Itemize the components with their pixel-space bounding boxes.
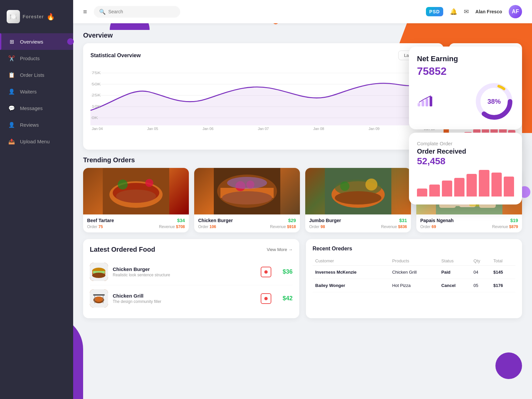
- col-status: Status: [439, 256, 471, 266]
- popup-order-received-card: Complate Order Order Received 52,458: [409, 133, 522, 204]
- order-desc-chicken-burger: Realistic look sentence structure: [113, 273, 256, 277]
- popup-complete-order-label: Complate Order: [417, 141, 514, 146]
- search-bar: 🔍: [94, 6, 180, 18]
- table-row: Inverness McKenzie Chicken Grill Paid 04…: [313, 266, 515, 279]
- upload-menu-icon: 📤: [8, 138, 15, 145]
- food-card-beef-tartare[interactable]: Beef Tartare $34 Order 75 Revenue $708: [83, 168, 189, 232]
- logo-text: Forester: [23, 14, 44, 19]
- popup-overlay: Net Earning 75852 38%: [409, 47, 522, 204]
- popup-donut-chart: 38%: [474, 81, 514, 121]
- bell-icon[interactable]: 🔔: [450, 8, 457, 15]
- food-revenue-chicken-burger: Revenue $918: [270, 224, 296, 229]
- col-qty: Qty: [471, 256, 491, 266]
- chart-label-jan09: Jan 09: [368, 127, 379, 131]
- sidebar-item-products[interactable]: ✂️ Products: [0, 50, 73, 66]
- sidebar-item-label-waiters: Waiters: [20, 89, 37, 94]
- waiters-icon: 👤: [8, 88, 15, 95]
- food-order-jumbo: Order 98: [309, 224, 325, 229]
- header: ≡ 🔍 PSD 🔔 ✉ Alan Fresco AF: [73, 0, 532, 23]
- food-info-chicken-burger: Chicken Burger $29 Order 106 Revenue $91…: [194, 214, 300, 232]
- popup-trend-icon: [417, 94, 437, 109]
- chart-label-jan08: Jan 08: [313, 127, 324, 131]
- view-more-button[interactable]: View More →: [267, 247, 293, 252]
- svg-rect-59: [93, 294, 105, 296]
- popup-order-received-title: Order Received: [417, 148, 514, 155]
- sidebar-item-upload-menu[interactable]: 📤 Upload Menu: [0, 133, 73, 150]
- order-item-chicken-burger: Chicken Burger Realistic look sentence s…: [90, 259, 293, 285]
- statistical-overview-card: Statistical Overview Last Weeks: [83, 43, 444, 150]
- chart-label-jan06: Jan 06: [202, 127, 213, 131]
- food-name-beef: Beef Tartare: [87, 218, 114, 223]
- logo-icon: 🍽️: [7, 10, 20, 23]
- order-name-chicken-burger: Chicken Burger: [113, 266, 256, 272]
- food-image-chicken-burger: [194, 168, 300, 214]
- product-1: Chicken Grill: [389, 266, 439, 279]
- status-1: Paid: [439, 266, 471, 279]
- overview-title: Overview: [83, 32, 522, 39]
- sidebar-item-waiters[interactable]: 👤 Waiters: [0, 83, 73, 100]
- food-card-chicken-burger[interactable]: Chicken Burger $29 Order 106 Revenue $91…: [194, 168, 300, 232]
- svg-point-42: [340, 182, 349, 191]
- header-right: PSD 🔔 ✉ Alan Fresco AF: [426, 5, 522, 18]
- product-2: Hot Pizza: [389, 279, 439, 292]
- reviews-icon: 👤: [8, 121, 15, 128]
- food-order-chicken-burger: Order 106: [198, 224, 216, 229]
- svg-point-41: [335, 191, 381, 204]
- svg-point-56: [92, 273, 105, 278]
- popup-net-earning-title: Net Earning: [417, 55, 514, 63]
- svg-rect-1: [422, 100, 424, 106]
- sidebar-item-overviews[interactable]: ⊞ Overviews: [0, 33, 73, 50]
- sidebar-item-reviews[interactable]: 👤 Reviews: [0, 116, 73, 133]
- sidebar-item-order-lists[interactable]: 📋 Order Lists: [0, 66, 73, 83]
- messages-icon: 💬: [8, 104, 15, 112]
- order-lists-icon: 📋: [8, 71, 15, 78]
- col-customer: Customer: [313, 256, 389, 266]
- food-card-jumbo-burger[interactable]: Jumbo Burger $31 Order 98 Revenue $836: [305, 168, 411, 232]
- order-details-chicken-burger: Chicken Burger Realistic look sentence s…: [113, 266, 256, 277]
- svg-rect-0: [418, 103, 420, 106]
- menu-button[interactable]: ≡: [83, 8, 87, 16]
- products-icon: ✂️: [8, 55, 15, 62]
- username: Alan Fresco: [475, 9, 502, 14]
- svg-rect-2: [426, 98, 428, 106]
- order-price-chicken-burger: $36: [276, 268, 293, 275]
- latest-ordered-title: Latest Ordered Food: [90, 246, 155, 253]
- order-name-chicken-grill: Chicken Grill: [113, 293, 256, 299]
- table-row: Bailey Wonger Hot Pizza Cancel 05 $176: [313, 279, 515, 292]
- order-details-chicken-grill: Chicken Grill The design community fille…: [113, 293, 256, 304]
- recent-orders-table: Customer Products Status Qty Total Inver…: [313, 256, 515, 292]
- food-order-beef: Order 75: [87, 224, 103, 229]
- order-image-chicken-grill: [90, 289, 108, 308]
- chart-container: 75K 50K 25K 10K 0K: [90, 66, 436, 125]
- qty-2: 05: [471, 279, 491, 292]
- food-image-beef: [83, 168, 189, 214]
- sidebar-item-messages[interactable]: 💬 Messages: [0, 100, 73, 116]
- svg-point-57: [264, 270, 268, 274]
- col-total: Total: [491, 256, 515, 266]
- mail-icon[interactable]: ✉: [464, 8, 469, 15]
- food-price-papais: $19: [510, 218, 518, 223]
- search-input[interactable]: [108, 9, 175, 14]
- food-image-jumbo: [305, 168, 411, 214]
- qty-1: 04: [471, 266, 491, 279]
- svg-text:50K: 50K: [91, 82, 101, 86]
- svg-point-64: [264, 297, 268, 300]
- status-2: Cancel: [439, 279, 471, 292]
- order-status-icon-chicken-grill[interactable]: [261, 293, 271, 304]
- svg-point-61: [95, 297, 103, 302]
- food-revenue-jumbo: Revenue $836: [381, 224, 407, 229]
- svg-text:0K: 0K: [91, 116, 98, 120]
- svg-point-36: [227, 177, 267, 189]
- sidebar: 🍽️ Forester 🔥 ⊞ Overviews ✂️ Products 📋 …: [0, 0, 73, 399]
- chart-x-labels: Jan 04 Jan 05 Jan 06 Jan 07 Jan 08 Jan 0…: [90, 127, 436, 131]
- food-revenue-beef: Revenue $708: [159, 224, 185, 229]
- food-info-beef: Beef Tartare $34 Order 75 Revenue $708: [83, 214, 189, 232]
- food-name-chicken-burger: Chicken Burger: [198, 218, 233, 223]
- total-1: $145: [491, 266, 515, 279]
- svg-rect-3: [430, 96, 432, 106]
- order-status-icon-chicken-burger[interactable]: [261, 267, 271, 277]
- sidebar-item-label-products: Products: [20, 56, 40, 61]
- food-price-jumbo: $31: [399, 218, 407, 223]
- food-name-papais: Papais Ngenah: [420, 218, 454, 223]
- food-price-chicken-burger: $29: [288, 218, 296, 223]
